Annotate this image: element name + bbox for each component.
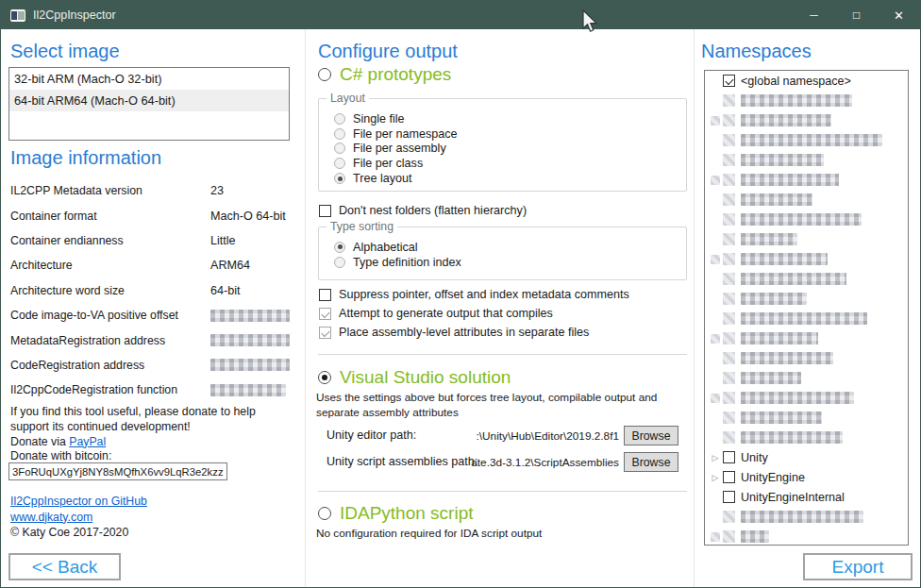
namespace-item[interactable] [705,91,908,110]
namespace-checkbox-redacted [723,511,735,523]
namespace-item[interactable] [705,249,908,269]
namespace-item[interactable]: UnityEngineInternal [705,487,908,507]
radio-icon[interactable] [334,173,345,184]
github-link[interactable]: Il2CppInspector on GitHub [10,495,147,508]
browse-editor-button[interactable]: Browse [624,426,678,445]
namespace-label: <global namespace> [741,75,851,88]
layout-option[interactable]: File per assembly [334,142,686,157]
paypal-link[interactable]: PayPal [69,435,106,448]
redacted-expander-block [711,334,720,344]
namespace-item[interactable] [705,428,908,447]
flatten-checkbox-row[interactable]: Don't nest folders (flatten hierarchy) [319,201,527,220]
namespace-item[interactable]: ▷UnityEngine [705,467,908,487]
unity-editor-path-value[interactable]: :\Unity\Hub\Editor\2019.2.8f1 [468,429,619,443]
namespace-item[interactable] [705,388,908,408]
output-option-checkbox-row[interactable]: Suppress pointer, offset and index metad… [319,285,629,304]
export-button[interactable]: Export [803,553,913,580]
namespace-checkbox-redacted [723,193,735,206]
namespace-label-redacted [741,273,846,285]
radio-icon[interactable] [334,242,345,253]
namespace-item[interactable] [705,368,908,388]
image-list-item[interactable]: 32-bit ARM (Mach-O 32-bit) [9,68,289,90]
type-sorting-option[interactable]: Type definition index [334,255,686,270]
minimize-button[interactable]: ─ [793,1,835,29]
titlebar: Il2CppInspector ─ □ ✕ [1,1,920,29]
radio-icon[interactable] [334,143,345,154]
unity-assemblies-path-value[interactable]: ate.3d-3.1.2\ScriptAssemblies [468,456,619,469]
radio-icon[interactable] [334,128,345,140]
maximize-button[interactable]: □ [835,1,878,29]
namespace-item[interactable] [705,210,908,229]
image-listbox[interactable]: 32-bit ARM (Mach-O 32-bit)64-bit ARM64 (… [8,67,290,141]
namespace-item[interactable]: ▷Unity [705,447,908,467]
idapython-radio-row[interactable]: IDAPython script [318,503,474,524]
namespace-label-redacted [741,174,839,186]
layout-option[interactable]: Single file [334,111,686,126]
type-sorting-option[interactable]: Alphabetical [334,240,686,255]
namespace-label-redacted [741,253,828,265]
namespace-item[interactable] [705,348,908,368]
checkbox-icon[interactable] [319,205,331,217]
namespace-checkbox[interactable] [723,75,735,87]
expander-icon[interactable]: ▷ [708,473,723,482]
idapython-description: No configuration required for IDA script… [316,527,542,542]
namespace-checkbox-redacted [723,352,735,364]
radio-icon[interactable] [318,68,331,81]
info-label: CodeRegistration address [10,359,210,372]
namespace-item[interactable] [705,110,908,130]
checkbox-icon[interactable] [319,327,331,339]
browse-assemblies-button[interactable]: Browse [624,452,678,472]
close-button[interactable]: ✕ [878,1,920,29]
namespace-item[interactable] [705,130,908,150]
radio-icon[interactable] [318,371,331,384]
namespace-item[interactable] [705,269,908,289]
radio-icon[interactable] [318,507,331,520]
radio-icon[interactable] [334,257,345,268]
type-sorting-groupbox: Type sorting AlphabeticalType definition… [318,227,687,280]
image-list-item[interactable]: 64-bit ARM64 (Mach-O 64-bit) [9,90,289,111]
radio-icon[interactable] [334,113,345,125]
namespace-item[interactable] [705,309,908,328]
namespace-item[interactable] [705,527,908,546]
namespace-item[interactable] [705,229,908,249]
radio-icon[interactable] [334,158,345,169]
namespace-item[interactable] [705,328,908,348]
namespace-item[interactable] [705,289,908,309]
layout-options: Single fileFile per namespaceFile per as… [319,99,686,186]
namespace-item[interactable] [705,190,908,210]
checkbox-icon[interactable] [319,308,331,320]
website-link[interactable]: www.djkaty.com [10,511,92,524]
namespace-checkbox[interactable] [723,451,735,463]
image-info-row: IL2CPP Metadata version23 [10,178,290,203]
visual-studio-radio-row[interactable]: Visual Studio solution [318,367,511,388]
info-value: Little [210,234,236,247]
namespace-label: Unity [741,451,768,464]
layout-option[interactable]: Tree layout [334,171,686,186]
namespace-label-redacted [741,213,862,226]
image-info-row: Container formatMach-O 64-bit [10,203,290,227]
expander-redacted [708,334,723,344]
namespace-checkbox[interactable] [723,471,735,483]
namespace-item[interactable] [705,408,908,428]
namespace-item[interactable]: <global namespace> [705,71,908,91]
checkbox-icon[interactable] [319,289,331,301]
namespace-checkbox[interactable] [723,491,735,503]
back-button[interactable]: << Back [8,553,121,580]
namespace-item[interactable] [705,507,908,527]
info-label: IL2CPP Metadata version [10,184,210,197]
layout-option[interactable]: File per class [334,156,686,171]
info-value: 64-bit [210,284,241,297]
output-option-checkboxes: Suppress pointer, offset and index metad… [319,285,629,342]
expander-icon[interactable]: ▷ [708,453,723,462]
output-option-checkbox-row[interactable]: Attempt to generate output that compiles [319,304,629,323]
namespaces-tree[interactable]: <global namespace>▷Unity▷UnityEngineUnit… [704,70,909,546]
radio-label: Tree layout [353,172,412,185]
namespace-item[interactable] [705,170,908,190]
csharp-prototypes-radio-row[interactable]: C# prototypes [318,64,451,85]
namespace-item[interactable] [705,150,908,170]
namespace-checkbox-redacted [723,114,735,126]
bitcoin-address-input[interactable] [8,462,227,480]
visual-studio-description: Uses the settings above but forces tree … [316,391,657,420]
layout-option[interactable]: File per namespace [334,126,686,142]
output-option-checkbox-row[interactable]: Place assembly-level attributes in separ… [319,323,629,342]
